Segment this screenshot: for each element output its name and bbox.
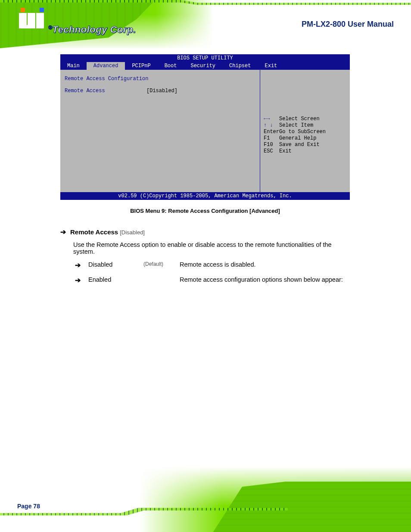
document-title: PM-LX2-800 User Manual <box>302 20 394 29</box>
key-label: Save and Exit <box>279 142 320 148</box>
key-label: Select Item <box>279 122 313 128</box>
bios-option-value: [Disabled] <box>146 88 177 94</box>
option-description: Use the Remote Access option to enable o… <box>73 241 350 255</box>
tab-chipset[interactable]: Chipset <box>222 62 258 70</box>
bios-option-row[interactable]: Remote Access [Disabled] <box>65 88 255 94</box>
key-f1: F1 General Help <box>264 135 346 141</box>
option-item-disabled: ➔ Disabled (Default) Remote access is di… <box>75 261 350 269</box>
footer-banner: Page 78 <box>0 467 411 532</box>
key-f10: F10 Save and Exit <box>264 142 346 148</box>
key-select-screen: ←→ Select Screen <box>264 116 346 122</box>
option-heading-meta: [Disabled] <box>120 229 145 236</box>
tab-boot[interactable]: Boot <box>158 62 184 70</box>
tab-main[interactable]: Main <box>60 62 87 70</box>
option-item-label: Disabled <box>88 261 143 269</box>
bios-option-label: Remote Access <box>65 88 146 94</box>
key-label: Select Screen <box>279 116 320 122</box>
bios-tab-row: Main Advanced PCIPnP Boot Security Chips… <box>60 62 350 70</box>
key-name: F10 <box>264 142 277 148</box>
option-item-enabled: ➔ Enabled Remote access configuration op… <box>75 276 350 284</box>
arrow-right-icon: ➔ <box>75 276 81 284</box>
key-name: F1 <box>264 135 277 141</box>
key-enter: Enter Go to SubScreen <box>264 129 346 135</box>
tab-pcipnp[interactable]: PCIPnP <box>125 62 157 70</box>
bios-title: BIOS SETUP UTILITY <box>60 54 350 62</box>
tab-security[interactable]: Security <box>184 62 222 70</box>
bios-window: BIOS SETUP UTILITY Main Advanced PCIPnP … <box>60 54 350 200</box>
option-item-label: Enabled <box>88 276 143 284</box>
option-heading-title: Remote Access <box>70 228 118 236</box>
bios-panel-header: Remote Access Configuration <box>65 76 255 82</box>
pcb-art-bottom <box>170 467 411 532</box>
bios-version-line: v02.59 (C)Copyright 1985-2005, American … <box>60 192 350 200</box>
arrow-right-icon: ➔ <box>75 261 81 269</box>
key-label: Exit <box>279 148 292 154</box>
bios-body: Remote Access Configuration Remote Acces… <box>60 70 350 192</box>
option-item-text: Remote access is disabled. <box>180 261 350 269</box>
bios-help-panel: ←→ Select Screen ↑ ↓ Select Item Enter G… <box>260 70 350 192</box>
key-select-item: ↑ ↓ Select Item <box>264 122 346 128</box>
tab-advanced[interactable]: Advanced <box>87 62 125 70</box>
key-name: Enter <box>264 129 277 135</box>
option-heading: ➔ Remote Access [Disabled] <box>60 228 350 236</box>
bios-left-panel: Remote Access Configuration Remote Acces… <box>60 70 260 192</box>
tab-exit[interactable]: Exit <box>258 62 284 70</box>
arrow-right-icon: ➔ <box>60 228 66 236</box>
key-esc: ESC Exit <box>264 148 346 154</box>
key-name: ESC <box>264 148 277 154</box>
option-item-text: Remote access configuration options show… <box>180 276 350 284</box>
iei-logo <box>19 8 45 28</box>
key-label: General Help <box>279 135 316 141</box>
brand-text: ®Technology Corp. <box>48 24 136 35</box>
figure-caption: BIOS Menu 9: Remote Access Configuration… <box>60 208 350 214</box>
key-label: Go to SubScreen <box>279 129 326 135</box>
default-tag <box>143 276 180 284</box>
header-banner: ®Technology Corp. PM-LX2-800 User Manual <box>0 0 411 48</box>
default-tag: (Default) <box>143 261 180 269</box>
option-section: ➔ Remote Access [Disabled] Use the Remot… <box>60 228 350 284</box>
arrows-lr-icon: ←→ <box>264 116 277 122</box>
arrows-ud-icon: ↑ ↓ <box>264 122 277 128</box>
page-content: BIOS SETUP UTILITY Main Advanced PCIPnP … <box>60 54 350 291</box>
page-number: Page 78 <box>17 503 40 510</box>
